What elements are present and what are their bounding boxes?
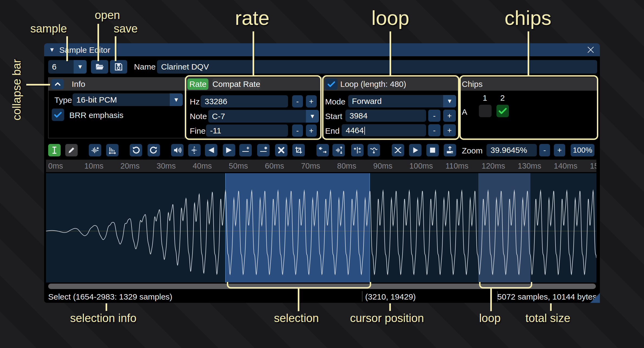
fade-in-button[interactable]	[205, 144, 217, 156]
time-ruler[interactable]: 0ms10ms20ms30ms40ms50ms60ms70ms80ms90ms1…	[46, 160, 596, 172]
chevron-up-icon	[54, 80, 61, 88]
wave-plus-icon	[91, 146, 99, 155]
invert-button[interactable]	[332, 144, 345, 156]
undo-button[interactable]	[130, 144, 142, 156]
annotation-line-cursor-position	[389, 303, 391, 311]
filter-wave-icon	[370, 146, 378, 155]
stop-icon	[429, 146, 437, 154]
fade-out-icon	[225, 146, 233, 155]
insert-silence-button[interactable]	[239, 144, 252, 156]
ruler-label: 10ms	[84, 162, 103, 170]
annotation-line-sample	[66, 36, 68, 61]
total-size-text: 5072 samples, 10144 bytes	[497, 292, 597, 301]
pencil-icon	[67, 146, 76, 155]
fade-in-icon	[207, 146, 215, 155]
save-sample-button[interactable]	[110, 60, 127, 74]
sample-type-dropdown[interactable]: 16-bit PCM ▼	[73, 93, 183, 106]
annotation-line-open	[97, 24, 99, 61]
apply-silence-button[interactable]	[257, 144, 270, 156]
resize-grip[interactable]	[590, 293, 600, 303]
undo-icon	[132, 146, 140, 155]
sign-button[interactable]	[351, 144, 364, 156]
ibeam-cursor-icon	[50, 146, 59, 155]
sample-name-value: Clarinet DQV	[157, 62, 209, 71]
zoom-in-button[interactable]: +	[554, 144, 565, 156]
ruler-label: 0ms	[48, 162, 63, 170]
info-header-label: Info	[72, 80, 85, 89]
sample-index-dropdown[interactable]: 6 ▼	[48, 60, 87, 74]
annotation-chips: chips	[505, 6, 551, 29]
speaker-icon	[173, 146, 182, 155]
brr-emphasis-label: BRR emphasis	[69, 111, 123, 120]
annotation-line-selection	[298, 287, 299, 311]
resize-button[interactable]	[89, 144, 101, 156]
annotation-box-chips	[459, 75, 598, 140]
crossfade-button[interactable]	[392, 144, 404, 156]
waveform-view[interactable]	[46, 173, 596, 283]
close-button[interactable]	[586, 45, 595, 54]
window-collapse-icon[interactable]: ▼	[49, 46, 55, 53]
brr-emphasis-checkbox[interactable]	[52, 109, 64, 121]
amplify-button[interactable]	[171, 144, 184, 156]
ruler-label: 30ms	[156, 162, 176, 170]
status-divider	[362, 291, 362, 301]
ruler-label: 110ms	[446, 162, 469, 170]
reverse-icon	[318, 146, 327, 155]
wave-vertical-arrows-icon	[190, 146, 199, 155]
ruler-label: 70ms	[301, 162, 320, 170]
annotation-loop: loop	[371, 6, 409, 29]
reverse-button[interactable]	[316, 144, 329, 156]
draw-mode-button[interactable]	[65, 144, 78, 156]
annotation-box-loop	[322, 75, 459, 140]
redo-icon	[149, 146, 158, 155]
ruler-label: 140ms	[554, 162, 577, 170]
annotation-bracket-loop	[479, 282, 532, 288]
annotation-save: save	[114, 22, 138, 35]
ruler-label: 80ms	[337, 162, 356, 170]
preview-button[interactable]	[409, 144, 421, 156]
stop-preview-button[interactable]	[426, 144, 439, 156]
ruler-label: 100ms	[409, 162, 433, 170]
chevron-down-icon[interactable]: ▼	[170, 93, 183, 106]
ruler-label: 150ms	[590, 162, 596, 170]
annotation-total-size: total size	[525, 312, 570, 325]
annotation-rate: rate	[235, 6, 270, 29]
check-icon	[53, 110, 63, 119]
zoom-input[interactable]: 39.9645%	[486, 144, 537, 156]
ruler-label: 20ms	[120, 162, 140, 170]
zoom-out-button[interactable]: -	[539, 144, 550, 156]
resample-button[interactable]	[106, 144, 119, 156]
annotation-collapse-bar: collapse bar	[10, 50, 23, 120]
annotation-line-collapse-bar	[26, 84, 50, 86]
collapse-bar-button[interactable]	[51, 79, 64, 89]
ruler-label: 90ms	[373, 162, 393, 170]
annotation-line-loop-marker	[490, 287, 492, 311]
silence-asterisk-icon	[259, 146, 268, 155]
title-bar[interactable]: ▼ Sample Editor	[44, 43, 600, 56]
type-label: Type	[54, 96, 72, 105]
screenshot-stage: ▼ Sample Editor 6 ▼ Name Clari	[0, 0, 644, 348]
info-panel: Info Type 16-bit PCM ▼ BRR emphasis	[48, 77, 185, 138]
filter-button[interactable]	[368, 144, 380, 156]
delete-button[interactable]	[275, 144, 287, 156]
normalize-button[interactable]	[188, 144, 201, 156]
crossfade-icon	[394, 146, 402, 155]
trim-button[interactable]	[292, 144, 305, 156]
chevron-down-icon[interactable]: ▼	[74, 60, 87, 74]
zoom-reset-button[interactable]: 100%	[571, 144, 594, 156]
annotation-loop-marker: loop	[479, 312, 501, 325]
ruler-label: 130ms	[518, 162, 541, 170]
edit-mode-button[interactable]	[48, 144, 61, 156]
open-sample-button[interactable]	[91, 60, 108, 74]
upload-sample-button[interactable]	[444, 144, 456, 156]
annotation-bracket-selection	[227, 282, 371, 288]
fade-out-button[interactable]	[223, 144, 235, 156]
annotation-selection-info: selection info	[70, 312, 136, 325]
annotation-line-rate	[253, 31, 254, 76]
crop-icon	[295, 146, 303, 154]
ruler-label: 50ms	[229, 162, 248, 170]
sample-name-input[interactable]: Clarinet DQV	[157, 60, 597, 74]
sample-index-value: 6	[52, 60, 57, 74]
annotation-open: open	[95, 9, 120, 22]
redo-button[interactable]	[148, 144, 160, 156]
